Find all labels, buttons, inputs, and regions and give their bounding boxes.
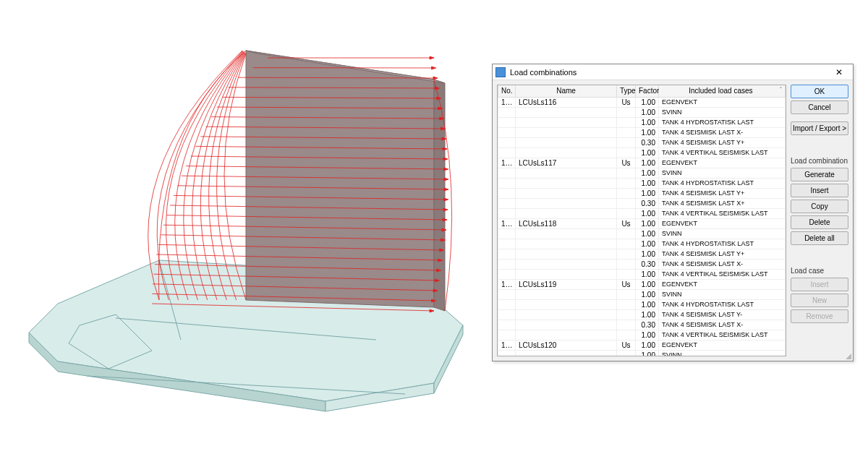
cell[interactable] bbox=[516, 117, 617, 127]
cell[interactable] bbox=[617, 137, 636, 147]
ok-button[interactable]: OK bbox=[791, 85, 848, 98]
delete-button[interactable]: Delete bbox=[791, 215, 848, 229]
cell[interactable] bbox=[516, 137, 617, 147]
table-row[interactable]: 0.30TANK 4 SEISMISK LAST X+ bbox=[498, 198, 786, 208]
cell[interactable] bbox=[516, 239, 617, 249]
cell[interactable]: 1.00 bbox=[636, 168, 659, 178]
cell[interactable]: EGENVEKT bbox=[659, 279, 786, 289]
cell[interactable]: 1.00 bbox=[636, 340, 659, 350]
dialog-titlebar[interactable]: Load combinations ✕ bbox=[493, 64, 853, 80]
cell[interactable]: Us bbox=[617, 340, 636, 350]
cell[interactable] bbox=[498, 289, 516, 299]
col-header-no[interactable]: No. bbox=[498, 85, 516, 97]
col-header-factor[interactable]: Factor bbox=[636, 85, 659, 97]
cell[interactable] bbox=[498, 188, 516, 198]
cell[interactable]: 183 bbox=[498, 279, 516, 289]
table-row[interactable]: 1.00TANK 4 HYDROSTATISK LAST bbox=[498, 299, 786, 309]
cell[interactable] bbox=[498, 330, 516, 340]
table-row[interactable]: 181LCUsLs117Us1.00EGENVEKT bbox=[498, 158, 786, 168]
cell[interactable] bbox=[498, 168, 516, 178]
cell[interactable] bbox=[516, 299, 617, 309]
close-icon[interactable]: ✕ bbox=[828, 67, 850, 77]
cell[interactable]: 1.00 bbox=[636, 299, 659, 309]
cell[interactable]: 0.30 bbox=[636, 198, 659, 208]
cell[interactable]: TANK 4 SEISMISK LAST X- bbox=[659, 127, 786, 137]
cell[interactable]: TANK 4 SEISMISK LAST X+ bbox=[659, 198, 786, 208]
cell[interactable] bbox=[498, 198, 516, 208]
cell[interactable] bbox=[498, 350, 516, 356]
cell[interactable]: 1.00 bbox=[636, 289, 659, 299]
table-row[interactable]: 180LCUsLs116Us1.00EGENVEKT bbox=[498, 97, 786, 107]
cell[interactable] bbox=[498, 299, 516, 309]
cell[interactable]: LCUsLs118 bbox=[516, 218, 617, 228]
cell[interactable]: TANK 4 SEISMISK LAST X- bbox=[659, 320, 786, 330]
cell[interactable] bbox=[498, 239, 516, 249]
cell[interactable] bbox=[617, 208, 636, 218]
cell[interactable] bbox=[498, 117, 516, 127]
table-row[interactable]: 0.30TANK 4 SEISMISK LAST X- bbox=[498, 259, 786, 269]
cell[interactable]: TANK 4 HYDROSTATISK LAST bbox=[659, 239, 786, 249]
cell[interactable] bbox=[617, 178, 636, 188]
table-row[interactable]: 1.00TANK 4 HYDROSTATISK LAST bbox=[498, 117, 786, 127]
cell[interactable]: 181 bbox=[498, 158, 516, 168]
table-row[interactable]: 1.00SVINN bbox=[498, 107, 786, 117]
cell[interactable]: EGENVEKT bbox=[659, 158, 786, 168]
cell[interactable] bbox=[617, 309, 636, 320]
cell[interactable] bbox=[516, 309, 617, 320]
cell[interactable]: TANK 4 VERTIKAL SEISMISK LAST bbox=[659, 330, 786, 340]
cell[interactable]: TANK 4 SEISMISK LAST X- bbox=[659, 259, 786, 269]
cell[interactable]: 1.00 bbox=[636, 147, 659, 158]
table-row[interactable]: 1.00SVINN bbox=[498, 168, 786, 178]
cell[interactable] bbox=[498, 259, 516, 269]
cell[interactable]: 1.00 bbox=[636, 269, 659, 279]
cell[interactable] bbox=[516, 350, 617, 356]
cell[interactable] bbox=[617, 289, 636, 299]
cell[interactable] bbox=[617, 117, 636, 127]
cell[interactable] bbox=[516, 208, 617, 218]
cell[interactable] bbox=[516, 228, 617, 239]
cell[interactable] bbox=[516, 127, 617, 137]
copy-button[interactable]: Copy bbox=[791, 200, 848, 213]
cell[interactable]: SVINN bbox=[659, 289, 786, 299]
cell[interactable] bbox=[516, 320, 617, 330]
cell[interactable] bbox=[617, 239, 636, 249]
combinations-table-scroll[interactable]: No. Name Type Factor Included load cases… bbox=[497, 85, 786, 356]
cell[interactable] bbox=[617, 127, 636, 137]
col-header-included[interactable]: Included load cases ˆ bbox=[659, 85, 786, 97]
cancel-button[interactable]: Cancel bbox=[791, 100, 848, 114]
cell[interactable]: 1.00 bbox=[636, 249, 659, 259]
cell[interactable]: 1.00 bbox=[636, 107, 659, 117]
cell[interactable] bbox=[498, 107, 516, 117]
table-row[interactable]: 1.00TANK 4 SEISMISK LAST Y+ bbox=[498, 249, 786, 259]
cell[interactable] bbox=[516, 259, 617, 269]
cell[interactable] bbox=[498, 228, 516, 239]
cell[interactable]: 1.00 bbox=[636, 188, 659, 198]
cell[interactable] bbox=[516, 330, 617, 340]
insert-combination-button[interactable]: Insert bbox=[791, 184, 848, 197]
table-row[interactable]: 1.00TANK 4 VERTIKAL SEISMISK LAST bbox=[498, 330, 786, 340]
combinations-table[interactable]: No. Name Type Factor Included load cases… bbox=[498, 85, 786, 356]
table-row[interactable]: 0.30TANK 4 SEISMISK LAST Y+ bbox=[498, 137, 786, 147]
cell[interactable]: EGENVEKT bbox=[659, 97, 786, 107]
cell[interactable]: 1.00 bbox=[636, 178, 659, 188]
cell[interactable]: 1.00 bbox=[636, 158, 659, 168]
table-row[interactable]: 183LCUsLs119Us1.00EGENVEKT bbox=[498, 279, 786, 289]
table-row[interactable]: 1.00TANK 4 SEISMISK LAST Y- bbox=[498, 309, 786, 320]
cell[interactable]: TANK 4 SEISMISK LAST Y+ bbox=[659, 137, 786, 147]
table-row[interactable]: 184LCUsLs120Us1.00EGENVEKT bbox=[498, 340, 786, 350]
cell[interactable]: 1.00 bbox=[636, 239, 659, 249]
model-viewport[interactable] bbox=[0, 0, 492, 454]
cell[interactable] bbox=[516, 107, 617, 117]
cell[interactable] bbox=[617, 330, 636, 340]
cell[interactable]: 1.00 bbox=[636, 350, 659, 356]
col-header-name[interactable]: Name bbox=[516, 85, 617, 97]
cell[interactable]: 1.00 bbox=[636, 117, 659, 127]
table-row[interactable]: 0.30TANK 4 SEISMISK LAST X- bbox=[498, 320, 786, 330]
table-row[interactable]: 1.00TANK 4 VERTIKAL SEISMISK LAST bbox=[498, 269, 786, 279]
generate-button[interactable]: Generate bbox=[791, 168, 848, 181]
cell[interactable] bbox=[498, 127, 516, 137]
cell[interactable]: LCUsLs120 bbox=[516, 340, 617, 350]
cell[interactable] bbox=[617, 198, 636, 208]
cell[interactable]: TANK 4 VERTIKAL SEISMISK LAST bbox=[659, 208, 786, 218]
cell[interactable]: SVINN bbox=[659, 168, 786, 178]
